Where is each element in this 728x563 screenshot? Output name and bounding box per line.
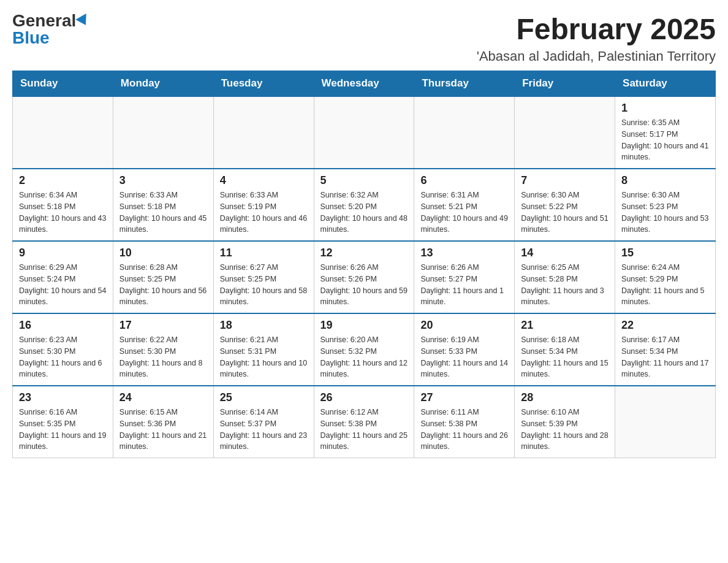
day-info: Sunrise: 6:18 AMSunset: 5:34 PMDaylight:… — [521, 334, 609, 380]
day-info: Sunrise: 6:10 AMSunset: 5:39 PMDaylight:… — [521, 407, 609, 453]
calendar-week-row: 9Sunrise: 6:29 AMSunset: 5:24 PMDaylight… — [13, 241, 716, 313]
calendar-week-row: 16Sunrise: 6:23 AMSunset: 5:30 PMDayligh… — [13, 313, 716, 386]
day-number: 19 — [320, 319, 408, 332]
calendar-cell: 19Sunrise: 6:20 AMSunset: 5:32 PMDayligh… — [314, 313, 414, 386]
day-info: Sunrise: 6:20 AMSunset: 5:32 PMDaylight:… — [320, 334, 408, 380]
day-info: Sunrise: 6:16 AMSunset: 5:35 PMDaylight:… — [19, 407, 107, 453]
day-number: 20 — [420, 319, 508, 332]
calendar-header-wednesday: Wednesday — [314, 71, 414, 97]
day-number: 22 — [621, 319, 709, 332]
logo: General Blue — [12, 12, 89, 47]
day-info: Sunrise: 6:34 AMSunset: 5:18 PMDaylight:… — [19, 190, 107, 236]
day-number: 16 — [19, 319, 107, 332]
day-info: Sunrise: 6:30 AMSunset: 5:23 PMDaylight:… — [621, 190, 709, 236]
calendar-cell: 13Sunrise: 6:26 AMSunset: 5:27 PMDayligh… — [414, 241, 515, 313]
title-section: February 2025 'Abasan al Jadidah, Palest… — [477, 12, 716, 64]
calendar-cell: 27Sunrise: 6:11 AMSunset: 5:38 PMDayligh… — [414, 386, 515, 458]
calendar-header-friday: Friday — [515, 71, 615, 97]
day-info: Sunrise: 6:35 AMSunset: 5:17 PMDaylight:… — [621, 117, 709, 163]
calendar-cell — [213, 96, 314, 169]
day-info: Sunrise: 6:30 AMSunset: 5:22 PMDaylight:… — [521, 190, 609, 236]
day-info: Sunrise: 6:14 AMSunset: 5:37 PMDaylight:… — [220, 407, 308, 453]
calendar-cell: 21Sunrise: 6:18 AMSunset: 5:34 PMDayligh… — [515, 313, 615, 386]
day-info: Sunrise: 6:25 AMSunset: 5:28 PMDaylight:… — [521, 262, 609, 308]
calendar-week-row: 2Sunrise: 6:34 AMSunset: 5:18 PMDaylight… — [13, 169, 716, 241]
calendar-header-tuesday: Tuesday — [213, 71, 314, 97]
calendar-cell: 16Sunrise: 6:23 AMSunset: 5:30 PMDayligh… — [13, 313, 113, 386]
calendar-cell: 4Sunrise: 6:33 AMSunset: 5:19 PMDaylight… — [213, 169, 314, 241]
day-number: 6 — [420, 174, 508, 187]
day-number: 8 — [621, 174, 709, 187]
day-number: 9 — [19, 247, 107, 259]
day-info: Sunrise: 6:21 AMSunset: 5:31 PMDaylight:… — [220, 334, 308, 380]
day-info: Sunrise: 6:26 AMSunset: 5:26 PMDaylight:… — [320, 262, 408, 308]
calendar-cell: 20Sunrise: 6:19 AMSunset: 5:33 PMDayligh… — [414, 313, 515, 386]
day-info: Sunrise: 6:33 AMSunset: 5:18 PMDaylight:… — [119, 190, 207, 236]
day-number: 18 — [220, 319, 308, 332]
day-number: 13 — [420, 247, 508, 259]
day-info: Sunrise: 6:26 AMSunset: 5:27 PMDaylight:… — [420, 262, 508, 308]
calendar-cell: 8Sunrise: 6:30 AMSunset: 5:23 PMDaylight… — [615, 169, 716, 241]
day-info: Sunrise: 6:27 AMSunset: 5:25 PMDaylight:… — [220, 262, 308, 308]
day-info: Sunrise: 6:19 AMSunset: 5:33 PMDaylight:… — [420, 334, 508, 380]
day-info: Sunrise: 6:17 AMSunset: 5:34 PMDaylight:… — [621, 334, 709, 380]
calendar-header-thursday: Thursday — [414, 71, 515, 97]
day-info: Sunrise: 6:15 AMSunset: 5:36 PMDaylight:… — [119, 407, 207, 453]
calendar-header-sunday: Sunday — [13, 71, 113, 97]
calendar-cell — [515, 96, 615, 169]
calendar-cell — [113, 96, 213, 169]
calendar-header-saturday: Saturday — [615, 71, 716, 97]
day-info: Sunrise: 6:12 AMSunset: 5:38 PMDaylight:… — [320, 407, 408, 453]
day-info: Sunrise: 6:11 AMSunset: 5:38 PMDaylight:… — [420, 407, 508, 453]
calendar-cell: 15Sunrise: 6:24 AMSunset: 5:29 PMDayligh… — [615, 241, 716, 313]
day-number: 2 — [19, 174, 107, 187]
calendar-cell: 26Sunrise: 6:12 AMSunset: 5:38 PMDayligh… — [314, 386, 414, 458]
calendar-cell: 23Sunrise: 6:16 AMSunset: 5:35 PMDayligh… — [13, 386, 113, 458]
calendar-cell — [13, 96, 113, 169]
logo-general-text: General — [12, 12, 76, 29]
day-number: 28 — [521, 391, 609, 404]
calendar-cell — [314, 96, 414, 169]
calendar-cell: 11Sunrise: 6:27 AMSunset: 5:25 PMDayligh… — [213, 241, 314, 313]
day-info: Sunrise: 6:33 AMSunset: 5:19 PMDaylight:… — [220, 190, 308, 236]
day-number: 5 — [320, 174, 408, 187]
calendar-cell: 1Sunrise: 6:35 AMSunset: 5:17 PMDaylight… — [615, 96, 716, 169]
calendar-week-row: 1Sunrise: 6:35 AMSunset: 5:17 PMDaylight… — [13, 96, 716, 169]
calendar-cell: 18Sunrise: 6:21 AMSunset: 5:31 PMDayligh… — [213, 313, 314, 386]
day-info: Sunrise: 6:32 AMSunset: 5:20 PMDaylight:… — [320, 190, 408, 236]
calendar-cell: 7Sunrise: 6:30 AMSunset: 5:22 PMDaylight… — [515, 169, 615, 241]
day-number: 24 — [119, 391, 207, 404]
day-number: 7 — [521, 174, 609, 187]
day-number: 27 — [420, 391, 508, 404]
day-info: Sunrise: 6:22 AMSunset: 5:30 PMDaylight:… — [119, 334, 207, 380]
day-number: 26 — [320, 391, 408, 404]
day-number: 23 — [19, 391, 107, 404]
day-number: 12 — [320, 247, 408, 259]
calendar-cell: 10Sunrise: 6:28 AMSunset: 5:25 PMDayligh… — [113, 241, 213, 313]
day-info: Sunrise: 6:31 AMSunset: 5:21 PMDaylight:… — [420, 190, 508, 236]
day-number: 11 — [220, 247, 308, 259]
calendar-cell: 17Sunrise: 6:22 AMSunset: 5:30 PMDayligh… — [113, 313, 213, 386]
day-number: 3 — [119, 174, 207, 187]
calendar-cell — [414, 96, 515, 169]
day-info: Sunrise: 6:24 AMSunset: 5:29 PMDaylight:… — [621, 262, 709, 308]
day-number: 17 — [119, 319, 207, 332]
day-number: 21 — [521, 319, 609, 332]
calendar-cell: 14Sunrise: 6:25 AMSunset: 5:28 PMDayligh… — [515, 241, 615, 313]
calendar-cell: 9Sunrise: 6:29 AMSunset: 5:24 PMDaylight… — [13, 241, 113, 313]
month-title: February 2025 — [477, 12, 716, 46]
page-header: General Blue February 2025 'Abasan al Ja… — [12, 12, 716, 64]
day-number: 4 — [220, 174, 308, 187]
day-number: 14 — [521, 247, 609, 259]
day-info: Sunrise: 6:28 AMSunset: 5:25 PMDaylight:… — [119, 262, 207, 308]
calendar-header-monday: Monday — [113, 71, 213, 97]
calendar-header-row: SundayMondayTuesdayWednesdayThursdayFrid… — [13, 71, 716, 97]
logo-triangle-icon — [76, 13, 91, 28]
calendar-week-row: 23Sunrise: 6:16 AMSunset: 5:35 PMDayligh… — [13, 386, 716, 458]
calendar-cell: 12Sunrise: 6:26 AMSunset: 5:26 PMDayligh… — [314, 241, 414, 313]
day-number: 15 — [621, 247, 709, 259]
calendar-cell — [615, 386, 716, 458]
calendar-cell: 3Sunrise: 6:33 AMSunset: 5:18 PMDaylight… — [113, 169, 213, 241]
calendar-cell: 2Sunrise: 6:34 AMSunset: 5:18 PMDaylight… — [13, 169, 113, 241]
calendar-cell: 24Sunrise: 6:15 AMSunset: 5:36 PMDayligh… — [113, 386, 213, 458]
